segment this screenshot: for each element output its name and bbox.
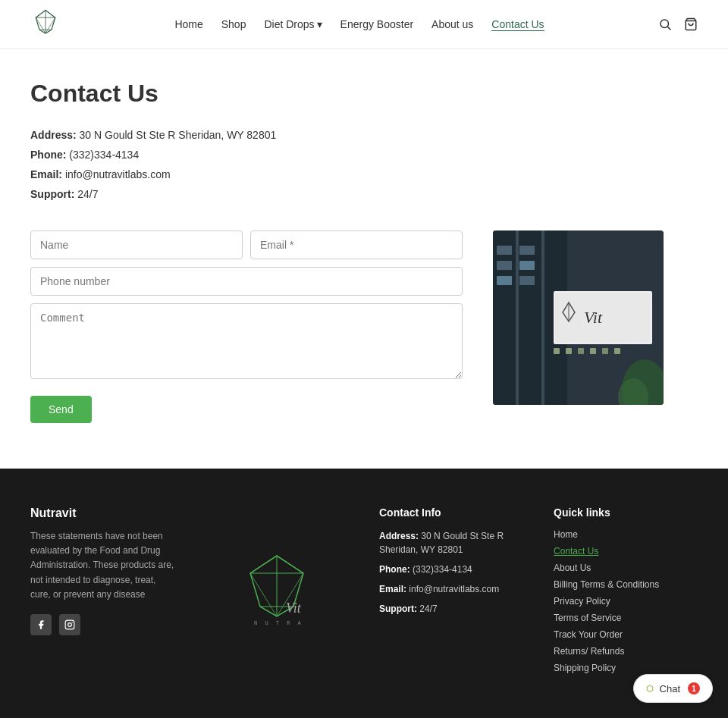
svg-point-6 xyxy=(661,20,669,28)
nav-about-us[interactable]: About us xyxy=(431,18,473,30)
svg-point-36 xyxy=(72,622,73,622)
site-header: Home Shop Diet Drops ▾ Energy Booster Ab… xyxy=(0,0,728,49)
contact-section: Send xyxy=(30,230,698,423)
footer-brand-col: Nutravit These statements have not been … xyxy=(30,506,174,673)
support-line: Support: 24/7 xyxy=(30,188,698,200)
chat-button[interactable]: ⬡ Chat 1 xyxy=(633,674,713,703)
comment-input[interactable] xyxy=(30,303,463,379)
cart-icon xyxy=(684,17,698,31)
footer-quicklinks-title: Quick links xyxy=(554,506,698,519)
svg-rect-12 xyxy=(519,230,541,405)
svg-rect-15 xyxy=(497,246,512,255)
footer-brand-name: Nutravit xyxy=(30,506,174,520)
logo-link[interactable] xyxy=(30,9,61,39)
chevron-down-icon: ▾ xyxy=(317,18,322,30)
footer-contact-title: Contact Info xyxy=(379,506,523,519)
main-content: Contact Us Address: 30 N Gould St Ste R … xyxy=(0,49,728,469)
svg-line-7 xyxy=(667,27,670,30)
name-input[interactable] xyxy=(30,230,243,259)
email-input[interactable] xyxy=(250,230,463,259)
svg-rect-10 xyxy=(493,230,516,405)
nav-diet-drops[interactable]: Diet Drops ▾ xyxy=(264,18,322,30)
svg-rect-34 xyxy=(65,620,74,629)
footer-logo-col: N U T R A Vit xyxy=(205,506,349,673)
subscribe-follow-row: Subscribe to our emails ♥ Follow on Shop xyxy=(30,704,698,718)
svg-line-41 xyxy=(250,573,277,616)
header-icons xyxy=(658,17,698,31)
phone-row xyxy=(30,267,463,296)
main-nav: Home Shop Diet Drops ▾ Energy Booster Ab… xyxy=(174,18,544,31)
search-icon xyxy=(658,17,672,31)
footer-grid: Nutravit These statements have not been … xyxy=(30,506,698,673)
facebook-icon[interactable] xyxy=(30,614,52,635)
footer-phone: Phone: (332)334-4134 xyxy=(379,563,523,576)
svg-rect-16 xyxy=(497,261,512,270)
svg-rect-11 xyxy=(516,230,519,405)
svg-rect-27 xyxy=(566,348,572,354)
footer-contact-col: Contact Info Address: 30 N Gould St Ste … xyxy=(379,506,523,673)
footer-link-tos[interactable]: Terms of Service xyxy=(554,613,698,623)
cart-button[interactable] xyxy=(684,17,698,31)
svg-rect-13 xyxy=(541,230,544,405)
site-footer: Nutravit These statements have not been … xyxy=(0,469,728,718)
footer-quicklinks-col: Quick links Home Contact Us About Us Bil… xyxy=(554,506,698,673)
footer-link-track[interactable]: Track Your Order xyxy=(554,629,698,640)
svg-rect-26 xyxy=(554,348,560,354)
instagram-icon[interactable] xyxy=(59,614,80,635)
svg-line-5 xyxy=(46,17,55,33)
footer-logo-icon: N U T R A Vit xyxy=(231,552,322,628)
svg-text:Vit: Vit xyxy=(584,308,603,327)
chat-badge: 1 xyxy=(688,682,700,694)
footer-link-contact[interactable]: Contact Us xyxy=(554,546,698,557)
footer-link-shipping[interactable]: Shipping Policy xyxy=(554,663,698,673)
footer-link-returns[interactable]: Returns/ Refunds xyxy=(554,646,698,657)
svg-rect-31 xyxy=(614,348,620,354)
email-line: Email: info@nutravitlabs.com xyxy=(30,168,698,180)
svg-line-4 xyxy=(36,17,46,33)
send-button[interactable]: Send xyxy=(30,396,92,423)
svg-rect-28 xyxy=(578,348,584,354)
footer-link-home[interactable]: Home xyxy=(554,529,698,540)
nav-shop[interactable]: Shop xyxy=(221,18,246,30)
svg-rect-30 xyxy=(602,348,608,354)
footer-brand-desc: These statements have not been evaluated… xyxy=(30,529,174,602)
address-line: Address: 30 N Gould St Ste R Sheridan, W… xyxy=(30,129,698,141)
search-button[interactable] xyxy=(658,17,672,31)
contact-image-container: Vit xyxy=(493,230,667,405)
svg-rect-20 xyxy=(519,276,535,285)
svg-text:Vit: Vit xyxy=(286,600,302,616)
footer-links: Home Contact Us About Us Billing Terms &… xyxy=(554,529,698,673)
nav-energy-booster[interactable]: Energy Booster xyxy=(340,18,414,30)
social-icons xyxy=(30,614,174,635)
svg-rect-22 xyxy=(555,293,651,343)
name-email-row xyxy=(30,230,463,259)
footer-address: Address: 30 N Gould St Ste R Sheridan, W… xyxy=(379,529,523,557)
svg-rect-19 xyxy=(519,261,535,270)
store-image: Vit xyxy=(493,230,664,405)
phone-input[interactable] xyxy=(30,267,463,296)
nav-contact-us[interactable]: Contact Us xyxy=(491,18,544,31)
contact-info: Address: 30 N Gould St Ste R Sheridan, W… xyxy=(30,129,698,200)
svg-text:N U T R A: N U T R A xyxy=(254,620,303,626)
logo-icon xyxy=(30,9,61,39)
svg-rect-17 xyxy=(497,276,512,285)
svg-point-35 xyxy=(68,623,72,627)
footer-email: Email: info@nutravitlabs.com xyxy=(379,582,523,596)
page-title: Contact Us xyxy=(30,80,698,108)
footer-support: Support: 24/7 xyxy=(379,602,523,616)
svg-rect-29 xyxy=(590,348,596,354)
comment-row xyxy=(30,303,463,379)
nav-home[interactable]: Home xyxy=(174,18,202,30)
footer-link-privacy[interactable]: Privacy Policy xyxy=(554,596,698,607)
contact-form: Send xyxy=(30,230,463,423)
phone-line: Phone: (332)334-4134 xyxy=(30,149,698,161)
chat-label: Chat xyxy=(660,683,680,694)
svg-rect-18 xyxy=(519,246,535,255)
footer-link-about[interactable]: About Us xyxy=(554,563,698,573)
footer-link-billing[interactable]: Billing Terms & Conditions xyxy=(554,579,698,590)
shopify-chat-icon: ⬡ xyxy=(646,684,654,694)
